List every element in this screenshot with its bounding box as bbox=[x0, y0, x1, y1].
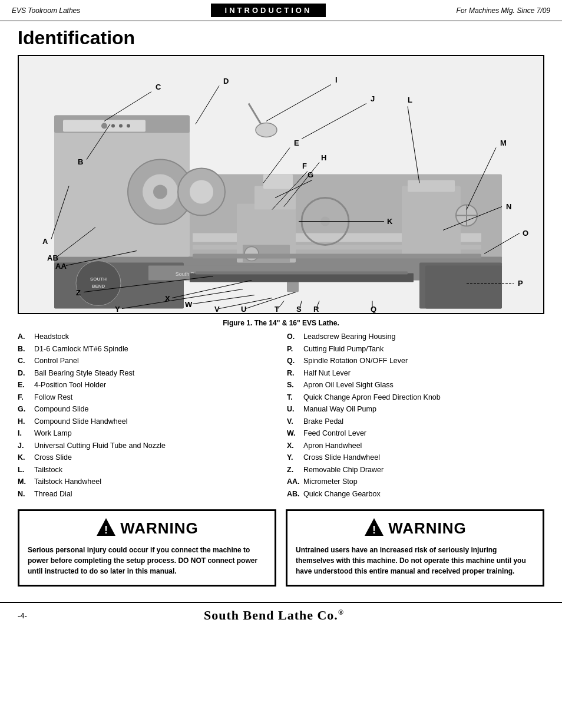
id-text-o: Leadscrew Bearing Housing bbox=[303, 332, 544, 342]
id-text-s: Apron Oil Level Sight Glass bbox=[303, 380, 544, 391]
svg-text:H: H bbox=[321, 153, 326, 162]
svg-text:W: W bbox=[185, 300, 193, 309]
warning-title-2: WARNING bbox=[388, 519, 467, 538]
main-content: Identification bbox=[0, 21, 562, 602]
list-item: W. Feed Control Lever bbox=[287, 429, 544, 439]
svg-text:!: ! bbox=[104, 524, 108, 536]
id-text-u: Manual Way Oil Pump bbox=[303, 404, 544, 415]
id-text-l: Tailstock bbox=[34, 465, 275, 476]
id-text-e: 4-Position Tool Holder bbox=[34, 380, 275, 391]
id-text-ab: Quick Change Gearbox bbox=[303, 489, 544, 500]
id-letter-e: E. bbox=[18, 380, 34, 391]
svg-text:E: E bbox=[294, 139, 299, 147]
list-item: C. Control Panel bbox=[18, 356, 275, 367]
svg-point-6 bbox=[101, 123, 107, 129]
id-letter-s: S. bbox=[287, 380, 303, 391]
svg-text:F: F bbox=[302, 162, 307, 170]
svg-text:BEND: BEND bbox=[92, 284, 105, 289]
svg-rect-23 bbox=[408, 180, 455, 192]
list-item: V. Brake Pedal bbox=[287, 417, 544, 427]
id-text-r: Half Nut Lever bbox=[303, 368, 544, 379]
warning-title-1: WARNING bbox=[120, 519, 199, 538]
svg-point-41 bbox=[256, 123, 277, 137]
svg-text:O: O bbox=[523, 229, 528, 238]
id-letter-w: W. bbox=[287, 429, 303, 439]
list-item: M. Tailstock Handwheel bbox=[18, 477, 275, 487]
id-text-z: Removable Chip Drawer bbox=[303, 465, 544, 476]
list-item: U. Manual Way Oil Pump bbox=[287, 404, 544, 415]
id-text-aa: Micrometer Stop bbox=[303, 477, 544, 487]
warning-box-2: ! WARNING Untrained users have an increa… bbox=[286, 509, 544, 587]
figure-container: SOUTH BEND South Bend Lathe Co. MODEL SB… bbox=[18, 55, 544, 314]
id-text-g: Compound Slide bbox=[34, 404, 275, 415]
svg-text:AB: AB bbox=[47, 253, 58, 262]
svg-text:R: R bbox=[313, 305, 319, 314]
list-item: N. Thread Dial bbox=[18, 489, 275, 500]
id-letter-l: L. bbox=[18, 465, 34, 476]
list-item: X. Apron Handwheel bbox=[287, 441, 544, 452]
footer-brand: South Bend Lathe Co.® bbox=[204, 608, 344, 623]
list-item: B. D1-6 Camlock MT#6 Spindle bbox=[18, 344, 275, 355]
svg-rect-21 bbox=[263, 174, 293, 189]
svg-text:G: G bbox=[308, 170, 313, 179]
list-item: R. Half Nut Lever bbox=[287, 368, 544, 379]
id-letter-m: M. bbox=[18, 477, 34, 487]
warning-triangle-icon-2: ! bbox=[363, 517, 385, 538]
list-item: Q. Spindle Rotation ON/OFF Lever bbox=[287, 356, 544, 367]
svg-text:D: D bbox=[223, 77, 229, 85]
svg-text:A: A bbox=[42, 237, 48, 246]
list-item: T. Quick Change Apron Feed Direction Kno… bbox=[287, 393, 544, 403]
warning-text-1: Serious personal injury could occur if y… bbox=[28, 545, 266, 577]
warning-triangle-icon-1: ! bbox=[95, 517, 117, 538]
list-item: F. Follow Rest bbox=[18, 393, 275, 403]
id-letter-h: H. bbox=[18, 417, 34, 427]
svg-point-9 bbox=[127, 124, 130, 128]
figure-caption: Figure 1. The 14" & 16" EVS Lathe. bbox=[18, 319, 544, 327]
id-text-n: Thread Dial bbox=[34, 489, 275, 500]
svg-text:C: C bbox=[156, 83, 161, 91]
svg-point-8 bbox=[119, 124, 123, 128]
id-letter-aa: AA. bbox=[287, 477, 303, 487]
id-text-q: Spindle Rotation ON/OFF Lever bbox=[303, 356, 544, 367]
svg-text:Z: Z bbox=[76, 288, 81, 297]
svg-rect-22 bbox=[402, 186, 461, 257]
id-letter-v: V. bbox=[287, 417, 303, 427]
svg-text:!: ! bbox=[372, 524, 376, 536]
id-text-t: Quick Change Apron Feed Direction Knob bbox=[303, 393, 544, 403]
svg-text:Q: Q bbox=[371, 305, 376, 314]
id-letter-r: R. bbox=[287, 368, 303, 379]
id-letter-j: J. bbox=[18, 441, 34, 452]
id-letter-f: F. bbox=[18, 393, 34, 403]
svg-text:P: P bbox=[518, 279, 523, 288]
list-item: Z. Removable Chip Drawer bbox=[287, 465, 544, 476]
warning-text-2: Untrained users have an increased risk o… bbox=[296, 545, 534, 577]
id-letter-n: N. bbox=[18, 489, 34, 500]
list-item: P. Cutting Fluid Pump/Tank bbox=[287, 344, 544, 355]
svg-text:I: I bbox=[335, 75, 338, 84]
list-item: J. Universal Cutting Fluid Tube and Nozz… bbox=[18, 441, 275, 452]
svg-point-12 bbox=[153, 185, 167, 199]
id-text-j: Universal Cutting Fluid Tube and Nozzle bbox=[34, 441, 275, 452]
header-right: For Machines Mfg. Since 7/09 bbox=[457, 6, 550, 15]
id-text-d: Ball Bearing Style Steady Rest bbox=[34, 368, 275, 379]
svg-point-14 bbox=[190, 180, 213, 204]
list-item: AB. Quick Change Gearbox bbox=[287, 489, 544, 500]
footer-page-number: -4- bbox=[18, 611, 27, 620]
id-text-w: Feed Control Lever bbox=[303, 429, 544, 439]
page-title: Identification bbox=[18, 27, 544, 49]
id-text-p: Cutting Fluid Pump/Tank bbox=[303, 344, 544, 355]
list-item: S. Apron Oil Level Sight Glass bbox=[287, 380, 544, 391]
list-item: L. Tailstock bbox=[18, 465, 275, 476]
header-center: INTRODUCTION bbox=[211, 4, 326, 17]
id-text-h: Compound Slide Handwheel bbox=[34, 417, 275, 427]
id-letter-y: Y. bbox=[287, 453, 303, 463]
list-item: E. 4-Position Tool Holder bbox=[18, 380, 275, 391]
id-text-f: Follow Rest bbox=[34, 393, 275, 403]
id-letter-t: T. bbox=[287, 393, 303, 403]
list-item: D. Ball Bearing Style Steady Rest bbox=[18, 368, 275, 379]
svg-rect-27 bbox=[193, 254, 481, 259]
id-letter-ab: AB. bbox=[287, 489, 303, 500]
list-item: K. Cross Slide bbox=[18, 453, 275, 463]
id-text-i: Work Lamp bbox=[34, 429, 275, 439]
page-header: EVS Toolroom Lathes INTRODUCTION For Mac… bbox=[0, 0, 562, 21]
